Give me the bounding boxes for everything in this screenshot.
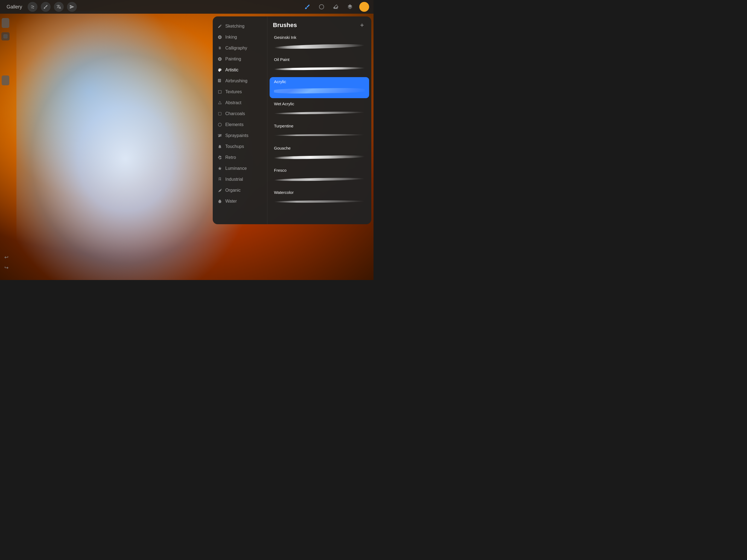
category-charcoals[interactable]: Charcoals <box>213 108 267 119</box>
stylize-tool-button[interactable] <box>54 2 64 12</box>
smudge-tool-button[interactable] <box>41 2 51 12</box>
export-tool-button[interactable] <box>67 2 77 12</box>
category-painting[interactable]: Painting <box>213 54 267 65</box>
brush-size-slider[interactable] <box>2 18 9 28</box>
brush-item-gesinski-ink[interactable]: Gesinski Ink <box>269 33 369 54</box>
brush-item-watercolor[interactable]: Watercolor <box>269 188 369 209</box>
svg-rect-1 <box>218 112 222 116</box>
water-icon <box>217 199 223 204</box>
category-textures[interactable]: Textures <box>213 86 267 97</box>
luminance-label: Luminance <box>225 166 247 171</box>
industrial-icon <box>217 177 223 182</box>
brush-item-gouache[interactable]: Gouache <box>269 144 369 164</box>
category-retro[interactable]: Retro <box>213 152 267 163</box>
brush-list-header: Brushes + <box>267 17 371 32</box>
gouache-stroke <box>274 155 365 159</box>
brush-preview-gesinski <box>274 41 365 52</box>
touchups-label: Touchups <box>225 144 244 149</box>
brush-name-gesinski: Gesinski Ink <box>274 35 365 40</box>
watercolor-stroke <box>274 200 365 203</box>
organic-label: Organic <box>225 188 241 193</box>
water-label: Water <box>225 199 237 204</box>
toolbar-left: Gallery <box>4 2 77 12</box>
brush-preview-wet-acrylic <box>274 108 365 118</box>
inking-icon <box>217 34 223 40</box>
toolbar-right <box>302 2 369 12</box>
category-industrial[interactable]: Industrial <box>213 174 267 185</box>
brush-item-wet-acrylic[interactable]: Wet Acrylic <box>269 99 369 120</box>
touchups-icon <box>217 144 223 149</box>
gesinski-stroke <box>274 44 365 50</box>
user-avatar[interactable] <box>359 2 369 12</box>
category-touchups[interactable]: Touchups <box>213 141 267 152</box>
abstract-icon <box>217 100 223 105</box>
retro-icon <box>217 155 223 160</box>
wet-acrylic-stroke <box>274 111 365 115</box>
luminance-icon <box>217 166 223 171</box>
category-airbrushing[interactable]: Airbrushing <box>213 75 267 86</box>
brush-item-oil-paint[interactable]: Oil Paint <box>269 55 369 76</box>
sketching-label: Sketching <box>225 24 244 29</box>
brush-name-wet-acrylic: Wet Acrylic <box>274 101 365 106</box>
brush-name-watercolor: Watercolor <box>274 190 365 195</box>
textures-icon <box>217 89 223 95</box>
category-abstract[interactable]: Abstract <box>213 97 267 108</box>
inking-label: Inking <box>225 35 237 40</box>
calligraphy-label: Calligraphy <box>225 46 247 51</box>
opacity-slider[interactable] <box>2 75 9 85</box>
brush-item-fresco[interactable]: Fresco <box>269 166 369 187</box>
turpentine-stroke <box>274 134 365 136</box>
textures-label: Textures <box>225 90 242 94</box>
left-sidebar <box>0 14 11 280</box>
elements-icon <box>217 122 223 127</box>
category-artistic[interactable]: Artistic <box>213 65 267 75</box>
svg-rect-0 <box>4 34 7 38</box>
category-inking[interactable]: Inking <box>213 32 267 43</box>
adjust-tool-button[interactable] <box>28 2 37 12</box>
sketching-icon <box>217 24 223 29</box>
industrial-label: Industrial <box>225 177 243 182</box>
gallery-button[interactable]: Gallery <box>4 3 24 11</box>
retro-label: Retro <box>225 155 236 160</box>
category-spraypaints[interactable]: Spraypaints <box>213 130 267 141</box>
eraser-button[interactable] <box>331 2 341 12</box>
brushes-panel: Sketching Inking Calligraphy Painting Ar… <box>213 17 371 224</box>
brush-preview-watercolor <box>274 196 365 207</box>
brush-preview-gouache <box>274 152 365 162</box>
airbrushing-label: Airbrushing <box>225 78 248 83</box>
brush-item-turpentine[interactable]: Turpentine <box>269 121 369 143</box>
artistic-icon <box>217 67 223 73</box>
charcoals-label: Charcoals <box>225 111 245 116</box>
brush-tool-button[interactable] <box>302 2 312 12</box>
category-sketching[interactable]: Sketching <box>213 21 267 32</box>
category-organic[interactable]: Organic <box>213 185 267 196</box>
add-brush-button[interactable]: + <box>358 21 366 29</box>
spraypaints-icon <box>217 133 223 138</box>
category-calligraphy[interactable]: Calligraphy <box>213 43 267 54</box>
artistic-label: Artistic <box>225 68 238 73</box>
brush-name-turpentine: Turpentine <box>274 124 365 128</box>
brush-name-gouache: Gouache <box>274 146 365 150</box>
elements-label: Elements <box>225 122 243 127</box>
brush-categories: Sketching Inking Calligraphy Painting Ar… <box>213 17 267 224</box>
brush-preview-acrylic <box>274 85 365 96</box>
brush-name-fresco: Fresco <box>274 168 365 173</box>
brush-preview-oil <box>274 63 365 74</box>
category-luminance[interactable]: Luminance <box>213 163 267 174</box>
layers-button[interactable] <box>345 2 355 12</box>
airbrushing-icon <box>217 78 223 84</box>
size-slider-thumb[interactable] <box>2 18 9 28</box>
spraypaints-label: Spraypaints <box>225 133 249 138</box>
opacity-slider-thumb[interactable] <box>2 75 9 85</box>
painting-label: Painting <box>225 57 241 61</box>
top-toolbar: Gallery <box>0 0 374 14</box>
category-elements[interactable]: Elements <box>213 119 267 130</box>
color-swatch[interactable] <box>1 32 9 41</box>
acrylic-stroke <box>274 88 365 94</box>
brush-list: Brushes + Gesinski Ink Oil Paint Acrylic <box>267 17 371 224</box>
brush-name-oil: Oil Paint <box>274 57 365 62</box>
charcoals-icon <box>217 111 223 117</box>
smudge-right-button[interactable] <box>317 2 327 12</box>
category-water[interactable]: Water <box>213 196 267 207</box>
brush-item-acrylic[interactable]: Acrylic <box>269 77 369 98</box>
